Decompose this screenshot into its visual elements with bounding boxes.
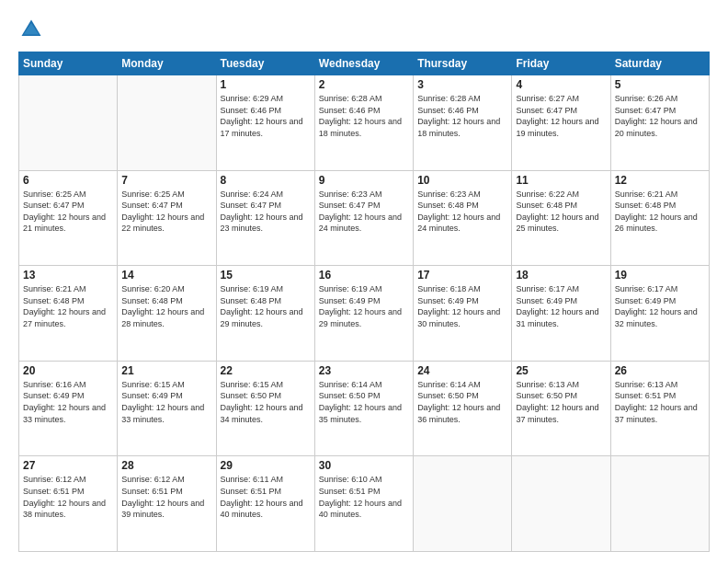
- day-cell: 15Sunrise: 6:19 AM Sunset: 6:48 PM Dayli…: [216, 266, 314, 362]
- day-info: Sunrise: 6:10 AM Sunset: 6:51 PM Dayligh…: [319, 474, 409, 520]
- day-info: Sunrise: 6:27 AM Sunset: 6:47 PM Dayligh…: [516, 93, 606, 139]
- day-info: Sunrise: 6:17 AM Sunset: 6:49 PM Dayligh…: [615, 283, 705, 329]
- day-cell: 26Sunrise: 6:13 AM Sunset: 6:51 PM Dayli…: [610, 361, 709, 456]
- day-cell: [610, 456, 709, 552]
- day-number: 18: [516, 269, 606, 282]
- day-number: 15: [221, 269, 311, 282]
- calendar-table: SundayMondayTuesdayWednesdayThursdayFrid…: [18, 52, 710, 552]
- day-number: 12: [615, 174, 705, 187]
- logo-icon: [18, 17, 44, 42]
- day-number: 21: [121, 364, 211, 377]
- header-cell-wednesday: Wednesday: [314, 52, 413, 75]
- header-cell-saturday: Saturday: [610, 52, 709, 75]
- day-cell: 22Sunrise: 6:15 AM Sunset: 6:50 PM Dayli…: [216, 361, 314, 456]
- day-number: 26: [615, 364, 705, 377]
- day-info: Sunrise: 6:25 AM Sunset: 6:47 PM Dayligh…: [23, 189, 113, 235]
- day-info: Sunrise: 6:13 AM Sunset: 6:51 PM Dayligh…: [615, 379, 705, 425]
- day-info: Sunrise: 6:20 AM Sunset: 6:48 PM Dayligh…: [121, 283, 211, 329]
- day-cell: 14Sunrise: 6:20 AM Sunset: 6:48 PM Dayli…: [118, 266, 216, 362]
- day-cell: 4Sunrise: 6:27 AM Sunset: 6:47 PM Daylig…: [512, 75, 610, 171]
- day-cell: [19, 75, 118, 171]
- day-cell: 24Sunrise: 6:14 AM Sunset: 6:50 PM Dayli…: [414, 361, 512, 456]
- day-cell: [512, 456, 610, 552]
- day-cell: 27Sunrise: 6:12 AM Sunset: 6:51 PM Dayli…: [19, 456, 118, 552]
- day-cell: 6Sunrise: 6:25 AM Sunset: 6:47 PM Daylig…: [19, 170, 118, 266]
- day-info: Sunrise: 6:12 AM Sunset: 6:51 PM Dayligh…: [23, 474, 113, 520]
- day-number: 29: [221, 459, 311, 472]
- week-row-5: 27Sunrise: 6:12 AM Sunset: 6:51 PM Dayli…: [19, 456, 710, 552]
- day-info: Sunrise: 6:14 AM Sunset: 6:50 PM Dayligh…: [319, 379, 409, 425]
- day-number: 23: [319, 364, 409, 377]
- day-number: 25: [516, 364, 606, 377]
- page: SundayMondayTuesdayWednesdayThursdayFrid…: [0, 0, 728, 563]
- day-cell: 30Sunrise: 6:10 AM Sunset: 6:51 PM Dayli…: [314, 456, 413, 552]
- day-cell: 11Sunrise: 6:22 AM Sunset: 6:48 PM Dayli…: [512, 170, 610, 266]
- week-row-3: 13Sunrise: 6:21 AM Sunset: 6:48 PM Dayli…: [19, 266, 710, 362]
- day-number: 17: [417, 269, 507, 282]
- day-info: Sunrise: 6:11 AM Sunset: 6:51 PM Dayligh…: [221, 474, 311, 520]
- day-cell: 2Sunrise: 6:28 AM Sunset: 6:46 PM Daylig…: [314, 75, 413, 171]
- day-number: 9: [319, 174, 409, 187]
- day-cell: 10Sunrise: 6:23 AM Sunset: 6:48 PM Dayli…: [414, 170, 512, 266]
- day-cell: 25Sunrise: 6:13 AM Sunset: 6:50 PM Dayli…: [512, 361, 610, 456]
- day-number: 30: [319, 459, 409, 472]
- day-info: Sunrise: 6:25 AM Sunset: 6:47 PM Dayligh…: [121, 189, 211, 235]
- day-info: Sunrise: 6:28 AM Sunset: 6:46 PM Dayligh…: [417, 93, 507, 139]
- calendar-body: 1Sunrise: 6:29 AM Sunset: 6:46 PM Daylig…: [19, 75, 710, 552]
- header-cell-thursday: Thursday: [414, 52, 512, 75]
- day-info: Sunrise: 6:21 AM Sunset: 6:48 PM Dayligh…: [615, 189, 705, 235]
- day-cell: 23Sunrise: 6:14 AM Sunset: 6:50 PM Dayli…: [314, 361, 413, 456]
- header-cell-tuesday: Tuesday: [216, 52, 314, 75]
- day-info: Sunrise: 6:17 AM Sunset: 6:49 PM Dayligh…: [516, 283, 606, 329]
- header-row: SundayMondayTuesdayWednesdayThursdayFrid…: [19, 52, 710, 75]
- day-cell: 20Sunrise: 6:16 AM Sunset: 6:49 PM Dayli…: [19, 361, 118, 456]
- calendar-header: SundayMondayTuesdayWednesdayThursdayFrid…: [19, 52, 710, 75]
- day-number: 2: [319, 78, 409, 91]
- day-number: 3: [417, 78, 507, 91]
- day-number: 20: [23, 364, 113, 377]
- day-info: Sunrise: 6:24 AM Sunset: 6:47 PM Dayligh…: [221, 189, 311, 235]
- day-number: 19: [615, 269, 705, 282]
- header-cell-sunday: Sunday: [19, 52, 118, 75]
- header: [18, 17, 710, 42]
- day-info: Sunrise: 6:28 AM Sunset: 6:46 PM Dayligh…: [319, 93, 409, 139]
- day-info: Sunrise: 6:23 AM Sunset: 6:47 PM Dayligh…: [319, 189, 409, 235]
- day-info: Sunrise: 6:16 AM Sunset: 6:49 PM Dayligh…: [23, 379, 113, 425]
- day-cell: 9Sunrise: 6:23 AM Sunset: 6:47 PM Daylig…: [314, 170, 413, 266]
- day-info: Sunrise: 6:18 AM Sunset: 6:49 PM Dayligh…: [417, 283, 507, 329]
- day-number: 11: [516, 174, 606, 187]
- day-info: Sunrise: 6:22 AM Sunset: 6:48 PM Dayligh…: [516, 189, 606, 235]
- day-cell: 1Sunrise: 6:29 AM Sunset: 6:46 PM Daylig…: [216, 75, 314, 171]
- day-info: Sunrise: 6:13 AM Sunset: 6:50 PM Dayligh…: [516, 379, 606, 425]
- day-number: 13: [23, 269, 113, 282]
- day-number: 16: [319, 269, 409, 282]
- week-row-4: 20Sunrise: 6:16 AM Sunset: 6:49 PM Dayli…: [19, 361, 710, 456]
- header-cell-monday: Monday: [118, 52, 216, 75]
- day-number: 27: [23, 459, 113, 472]
- day-number: 24: [417, 364, 507, 377]
- week-row-1: 1Sunrise: 6:29 AM Sunset: 6:46 PM Daylig…: [19, 75, 710, 171]
- day-info: Sunrise: 6:15 AM Sunset: 6:49 PM Dayligh…: [121, 379, 211, 425]
- day-info: Sunrise: 6:21 AM Sunset: 6:48 PM Dayligh…: [23, 283, 113, 329]
- logo: [18, 17, 48, 42]
- day-cell: 16Sunrise: 6:19 AM Sunset: 6:49 PM Dayli…: [314, 266, 413, 362]
- day-info: Sunrise: 6:15 AM Sunset: 6:50 PM Dayligh…: [221, 379, 311, 425]
- day-number: 14: [121, 269, 211, 282]
- day-cell: 8Sunrise: 6:24 AM Sunset: 6:47 PM Daylig…: [216, 170, 314, 266]
- day-cell: [118, 75, 216, 171]
- day-cell: 12Sunrise: 6:21 AM Sunset: 6:48 PM Dayli…: [610, 170, 709, 266]
- day-number: 10: [417, 174, 507, 187]
- day-number: 28: [121, 459, 211, 472]
- day-number: 1: [221, 78, 311, 91]
- day-info: Sunrise: 6:12 AM Sunset: 6:51 PM Dayligh…: [121, 474, 211, 520]
- header-cell-friday: Friday: [512, 52, 610, 75]
- week-row-2: 6Sunrise: 6:25 AM Sunset: 6:47 PM Daylig…: [19, 170, 710, 266]
- day-info: Sunrise: 6:26 AM Sunset: 6:47 PM Dayligh…: [615, 93, 705, 139]
- day-info: Sunrise: 6:23 AM Sunset: 6:48 PM Dayligh…: [417, 189, 507, 235]
- day-cell: 3Sunrise: 6:28 AM Sunset: 6:46 PM Daylig…: [414, 75, 512, 171]
- day-info: Sunrise: 6:29 AM Sunset: 6:46 PM Dayligh…: [221, 93, 311, 139]
- day-cell: 5Sunrise: 6:26 AM Sunset: 6:47 PM Daylig…: [610, 75, 709, 171]
- day-number: 5: [615, 78, 705, 91]
- day-cell: 21Sunrise: 6:15 AM Sunset: 6:49 PM Dayli…: [118, 361, 216, 456]
- day-cell: 18Sunrise: 6:17 AM Sunset: 6:49 PM Dayli…: [512, 266, 610, 362]
